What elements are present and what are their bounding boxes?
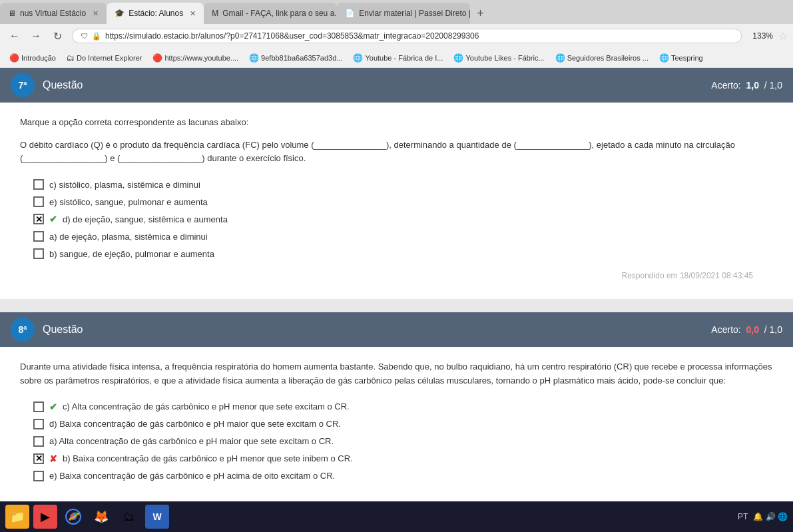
question-7-title: Questão bbox=[43, 79, 83, 91]
tab-1-close[interactable]: ✕ bbox=[93, 9, 99, 18]
question-7-checkbox-b[interactable] bbox=[33, 248, 44, 259]
bookmark-icon-introducao: 🔴 bbox=[9, 53, 19, 63]
content-area: 7ª Questão Acerto: 1,0 / 1,0 Marque a op… bbox=[0, 68, 793, 501]
question-8-badge: 8ª bbox=[11, 318, 35, 342]
bookmark-ie[interactable]: 🗂 Do Internet Explorer bbox=[63, 52, 146, 64]
question-8-checkbox-e[interactable] bbox=[33, 471, 44, 481]
bookmark-icon-seguidores: 🌐 bbox=[555, 53, 565, 63]
question-7-option-b[interactable]: b) sangue, de ejeção, pulmonar e aumenta bbox=[33, 248, 773, 259]
tab-4-icon: 📄 bbox=[345, 9, 355, 18]
tab-3-icon: M bbox=[212, 9, 218, 18]
back-button[interactable]: ← bbox=[5, 27, 24, 45]
forward-button[interactable]: → bbox=[27, 27, 45, 45]
question-8-option-a[interactable]: a) Alta concentração de gás carbônico e … bbox=[33, 436, 773, 447]
shield-icon: 🛡 bbox=[81, 32, 88, 40]
tab-4-label: Enviar material | Passei Direto | F... bbox=[359, 9, 470, 18]
question-7-option-e-text: e) sistólico, sangue, pulmonar e aumenta bbox=[49, 197, 208, 207]
question-7-badge: 7ª bbox=[11, 73, 35, 97]
question-8-number: 8ª bbox=[19, 324, 27, 335]
taskbar-folder-button[interactable]: 🗂 bbox=[117, 505, 141, 529]
taskbar-chrome-button[interactable] bbox=[61, 505, 85, 529]
question-8-header: 8ª Questão Acerto: 0,0 / 1,0 bbox=[0, 312, 793, 347]
taskbar-firefox-button[interactable]: 🦊 bbox=[89, 505, 113, 529]
question-8-checkbox-b[interactable]: ✕ bbox=[33, 453, 44, 464]
bookmark-icon-youtube-likes: 🌐 bbox=[453, 53, 463, 63]
bookmark-icon-youtube: 🔴 bbox=[152, 53, 162, 63]
question-8-checkbox-d[interactable] bbox=[33, 419, 44, 429]
nav-buttons: ← → ↻ bbox=[5, 27, 67, 45]
question-8-score-value: 0,0 bbox=[746, 324, 759, 335]
question-7-option-b-text: b) sangue, de ejeção, pulmonar e aumenta bbox=[49, 249, 214, 259]
question-8-checkbox-c[interactable] bbox=[33, 401, 44, 412]
question-7-checkbox-e[interactable] bbox=[33, 196, 44, 207]
bookmark-teespring[interactable]: 🌐 Teespring bbox=[655, 52, 707, 64]
question-7-score: Acerto: 1,0 / 1,0 bbox=[711, 80, 782, 91]
question-7-option-c[interactable]: c) sistólico, plasma, sistêmica e diminu… bbox=[33, 179, 773, 190]
question-8-option-c-text: c) Alta concentração de gás carbônico e … bbox=[63, 401, 350, 411]
question-7-score-label: Acerto: bbox=[711, 80, 740, 91]
taskbar: 📁 ▶ 🦊 🗂 W PT 🔔 🔊 🌐 bbox=[0, 501, 793, 532]
question-7-card: 7ª Questão Acerto: 1,0 / 1,0 Marque a op… bbox=[0, 68, 793, 299]
tab-3-label: Gmail - FAÇA, link para o seu a... bbox=[222, 9, 337, 18]
question-8-option-e-text: e) Baixa concentração de gás carbônico e… bbox=[49, 471, 335, 481]
taskbar-files-button[interactable]: 📁 bbox=[5, 505, 29, 529]
bookmark-star-button[interactable]: ☆ bbox=[778, 30, 788, 43]
question-8-option-e[interactable]: e) Baixa concentração de gás carbônico e… bbox=[33, 471, 773, 481]
question-7-number: 7ª bbox=[19, 80, 27, 91]
question-7-option-e[interactable]: e) sistólico, sangue, pulmonar e aumenta bbox=[33, 196, 773, 207]
bookmark-label-youtube: https://www.youtube.... bbox=[164, 54, 238, 62]
bookmark-label-youtube-fabrica: Youtube - Fábrica de I... bbox=[365, 54, 443, 62]
tab-3[interactable]: M Gmail - FAÇA, link para o seu a... ✕ bbox=[204, 3, 337, 24]
question-8-option-c[interactable]: ✔ c) Alta concentração de gás carbônico … bbox=[33, 401, 773, 412]
taskbar-media-button[interactable]: ▶ bbox=[33, 505, 57, 529]
question-8-option-a-text: a) Alta concentração de gás carbônico e … bbox=[49, 436, 334, 446]
question-7-option-a-text: a) de ejeção, plasma, sistêmica e diminu… bbox=[49, 232, 208, 242]
question-7-checkbox-a[interactable] bbox=[33, 231, 44, 242]
new-tab-button[interactable]: + bbox=[470, 4, 491, 23]
question-7-option-d[interactable]: ✕ ✔ d) de ejeção, sangue, sistêmica e au… bbox=[33, 214, 773, 224]
question-8-score-total: / 1,0 bbox=[764, 324, 782, 335]
question-7-checkbox-c[interactable] bbox=[33, 179, 44, 190]
question-7-option-d-text: d) de ejeção, sangue, sistêmica e aument… bbox=[63, 214, 228, 224]
address-field[interactable]: 🛡 🔒 https://simulado.estacio.br/alunos/?… bbox=[72, 29, 742, 43]
question-7-response-time: Respondido em 18/09/2021 08:43:45 bbox=[20, 266, 773, 286]
tab-2-icon: 🎓 bbox=[115, 9, 125, 18]
taskbar-right: PT 🔔 🔊 🌐 bbox=[738, 512, 788, 521]
question-8-xmark-b: ✘ bbox=[49, 453, 57, 464]
tab-1[interactable]: 🖥 nus Virtual Estácio ✕ bbox=[0, 3, 107, 24]
question-8-option-d[interactable]: d) Baixa concentração de gás carbônico e… bbox=[33, 419, 773, 429]
bookmark-label-youtube-likes: Youtube Likes - Fábric... bbox=[465, 54, 544, 62]
bookmark-introducao[interactable]: 🔴 Introdução bbox=[5, 52, 60, 64]
separator bbox=[0, 299, 793, 312]
taskbar-word-button[interactable]: W bbox=[145, 505, 169, 529]
question-7-instruction: Marque a opção correta correspondente as… bbox=[20, 116, 773, 129]
tab-2[interactable]: 🎓 Estácio: Alunos ✕ bbox=[107, 3, 204, 24]
zoom-info: 133% bbox=[752, 31, 773, 41]
bookmark-youtube[interactable]: 🔴 https://www.youtube.... bbox=[148, 52, 242, 64]
address-text: https://simulado.estacio.br/alunos/?p0=2… bbox=[105, 31, 733, 41]
bookmark-youtube-fabrica[interactable]: 🌐 Youtube - Fábrica de I... bbox=[349, 52, 447, 64]
bookmark-youtube-likes[interactable]: 🌐 Youtube Likes - Fábric... bbox=[449, 52, 548, 64]
bookmark-9ef[interactable]: 🌐 9efbb81ba6a6357ad3d... bbox=[245, 52, 346, 64]
question-7-checkmark-d: ✔ bbox=[49, 214, 57, 224]
tab-bar: 🖥 nus Virtual Estácio ✕ 🎓 Estácio: Aluno… bbox=[0, 0, 793, 24]
question-7-option-a[interactable]: a) de ejeção, plasma, sistêmica e diminu… bbox=[33, 231, 773, 242]
question-8-option-b[interactable]: ✕ ✘ b) Baixa concentração de gás carbôni… bbox=[33, 453, 773, 464]
taskbar-language: PT bbox=[738, 512, 748, 521]
bookmark-seguidores[interactable]: 🌐 Seguidores Brasileiros ... bbox=[551, 52, 653, 64]
bookmark-label-9ef: 9efbb81ba6a6357ad3d... bbox=[261, 54, 342, 62]
taskbar-icons: 🔔 🔊 🌐 bbox=[753, 512, 788, 521]
bookmark-icon-ie: 🗂 bbox=[67, 53, 75, 63]
lock-icon: 🔒 bbox=[92, 32, 101, 41]
tab-2-label: Estácio: Alunos bbox=[129, 9, 183, 18]
tab-4[interactable]: 📄 Enviar material | Passei Direto | F...… bbox=[337, 3, 470, 24]
question-8-title: Questão bbox=[43, 324, 83, 336]
question-7-checkbox-d[interactable]: ✕ bbox=[33, 214, 44, 224]
question-8-score-label: Acerto: bbox=[711, 324, 740, 335]
tab-2-close[interactable]: ✕ bbox=[190, 9, 196, 18]
bookmark-label-seguidores: Seguidores Brasileiros ... bbox=[567, 54, 649, 62]
question-8-option-d-text: d) Baixa concentração de gás carbônico e… bbox=[49, 419, 341, 429]
question-8-checkbox-a[interactable] bbox=[33, 436, 44, 447]
browser-chrome: 🖥 nus Virtual Estácio ✕ 🎓 Estácio: Aluno… bbox=[0, 0, 793, 68]
refresh-button[interactable]: ↻ bbox=[48, 27, 67, 45]
